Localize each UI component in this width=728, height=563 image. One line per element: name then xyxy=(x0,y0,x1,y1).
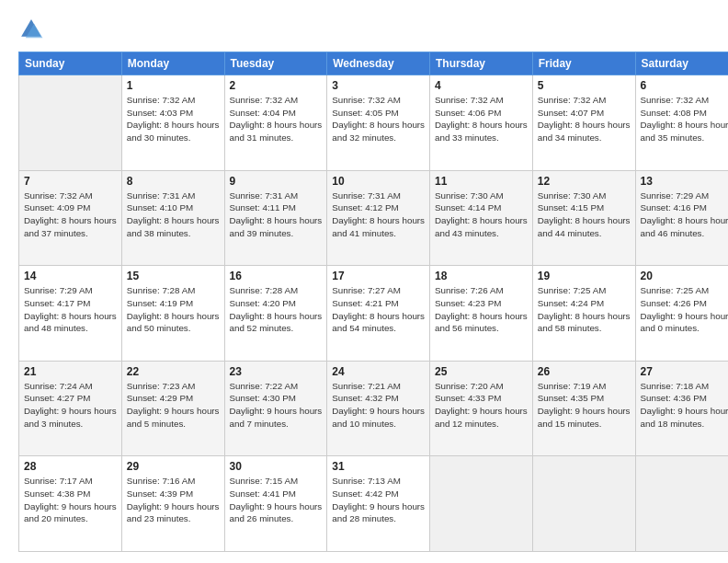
cell-sunset: Sunset: 4:38 PM xyxy=(24,488,117,500)
cell-daylight-value: and 58 minutes. xyxy=(538,322,631,335)
cell-daylight-label: Daylight: 9 hours hours xyxy=(641,310,729,323)
header-day-sunday: Sunday xyxy=(19,52,122,75)
cell-sunset: Sunset: 4:17 PM xyxy=(24,297,117,310)
cell-daylight-value: and 10 minutes. xyxy=(332,418,425,431)
cell-sunrise: Sunrise: 7:15 AM xyxy=(230,475,323,488)
calendar-cell: 15Sunrise: 7:28 AMSunset: 4:19 PMDayligh… xyxy=(121,266,224,362)
cell-daylight-value: and 48 minutes. xyxy=(24,322,117,335)
cell-sunset: Sunset: 4:20 PM xyxy=(230,297,323,310)
calendar-cell xyxy=(430,456,533,552)
cell-info: Sunrise: 7:31 AMSunset: 4:12 PMDaylight:… xyxy=(332,190,425,240)
cell-daylight-label: Daylight: 9 hours hours xyxy=(24,405,117,418)
cell-sunrise: Sunrise: 7:28 AM xyxy=(127,284,220,297)
cell-sunset: Sunset: 4:29 PM xyxy=(127,392,220,405)
cell-daylight-label: Daylight: 8 hours hours xyxy=(24,310,117,323)
cell-info: Sunrise: 7:26 AMSunset: 4:23 PMDaylight:… xyxy=(435,284,528,335)
cell-sunset: Sunset: 4:21 PM xyxy=(332,297,425,310)
cell-info: Sunrise: 7:32 AMSunset: 4:07 PMDaylight:… xyxy=(538,94,631,144)
cell-sunrise: Sunrise: 7:25 AM xyxy=(641,284,729,297)
cell-info: Sunrise: 7:24 AMSunset: 4:27 PMDaylight:… xyxy=(24,380,117,431)
cell-daylight-value: and 33 minutes. xyxy=(435,132,528,144)
cell-sunset: Sunset: 4:33 PM xyxy=(435,392,528,405)
cell-sunrise: Sunrise: 7:29 AM xyxy=(641,190,729,202)
cell-daylight-label: Daylight: 8 hours hours xyxy=(332,119,425,132)
cell-daylight-label: Daylight: 8 hours hours xyxy=(332,214,425,227)
calendar-cell: 9Sunrise: 7:31 AMSunset: 4:11 PMDaylight… xyxy=(224,170,327,266)
cell-info: Sunrise: 7:17 AMSunset: 4:38 PMDaylight:… xyxy=(24,475,117,525)
cell-info: Sunrise: 7:20 AMSunset: 4:33 PMDaylight:… xyxy=(435,380,528,431)
cell-info: Sunrise: 7:32 AMSunset: 4:03 PMDaylight:… xyxy=(127,94,220,144)
cell-sunrise: Sunrise: 7:32 AM xyxy=(230,94,323,107)
cell-sunrise: Sunrise: 7:18 AM xyxy=(641,380,729,393)
cell-sunset: Sunset: 4:15 PM xyxy=(538,201,631,214)
cell-daylight-label: Daylight: 9 hours hours xyxy=(127,405,220,418)
cell-date-number: 1 xyxy=(127,79,220,92)
week-row-4: 28Sunrise: 7:17 AMSunset: 4:38 PMDayligh… xyxy=(19,456,729,552)
calendar-cell: 20Sunrise: 7:25 AMSunset: 4:26 PMDayligh… xyxy=(635,266,728,362)
cell-sunset: Sunset: 4:30 PM xyxy=(230,392,323,405)
cell-daylight-label: Daylight: 8 hours hours xyxy=(127,310,220,323)
logo xyxy=(18,17,48,42)
cell-sunset: Sunset: 4:39 PM xyxy=(127,488,220,500)
cell-sunset: Sunset: 4:09 PM xyxy=(24,201,117,214)
cell-sunrise: Sunrise: 7:17 AM xyxy=(24,475,117,488)
cell-sunset: Sunset: 4:36 PM xyxy=(641,392,729,405)
calendar-cell: 23Sunrise: 7:22 AMSunset: 4:30 PMDayligh… xyxy=(224,361,327,456)
cell-sunrise: Sunrise: 7:31 AM xyxy=(127,190,220,202)
cell-sunrise: Sunrise: 7:21 AM xyxy=(332,380,425,393)
cell-daylight-label: Daylight: 8 hours hours xyxy=(332,310,425,323)
cell-daylight-label: Daylight: 8 hours hours xyxy=(538,310,631,323)
cell-info: Sunrise: 7:32 AMSunset: 4:05 PMDaylight:… xyxy=(332,94,425,144)
cell-date-number: 21 xyxy=(24,365,117,378)
cell-daylight-label: Daylight: 9 hours hours xyxy=(332,500,425,513)
cell-sunrise: Sunrise: 7:27 AM xyxy=(332,284,425,297)
header-day-monday: Monday xyxy=(121,52,224,75)
calendar-cell: 6Sunrise: 7:32 AMSunset: 4:08 PMDaylight… xyxy=(635,75,728,171)
cell-daylight-label: Daylight: 8 hours hours xyxy=(538,119,631,132)
cell-sunrise: Sunrise: 7:20 AM xyxy=(435,380,528,393)
cell-daylight-value: and 5 minutes. xyxy=(127,418,220,431)
cell-sunset: Sunset: 4:41 PM xyxy=(230,488,323,500)
cell-sunrise: Sunrise: 7:32 AM xyxy=(641,94,729,107)
cell-date-number: 17 xyxy=(332,270,425,282)
cell-info: Sunrise: 7:27 AMSunset: 4:21 PMDaylight:… xyxy=(332,284,425,335)
week-row-1: 7Sunrise: 7:32 AMSunset: 4:09 PMDaylight… xyxy=(19,170,729,266)
header-row: SundayMondayTuesdayWednesdayThursdayFrid… xyxy=(19,52,729,75)
page: SundayMondayTuesdayWednesdayThursdayFrid… xyxy=(0,0,728,563)
calendar-cell: 4Sunrise: 7:32 AMSunset: 4:06 PMDaylight… xyxy=(430,75,533,171)
cell-daylight-value: and 35 minutes. xyxy=(641,132,729,144)
cell-sunset: Sunset: 4:35 PM xyxy=(538,392,631,405)
cell-daylight-value: and 3 minutes. xyxy=(24,418,117,431)
cell-daylight-value: and 37 minutes. xyxy=(24,227,117,240)
cell-info: Sunrise: 7:29 AMSunset: 4:17 PMDaylight:… xyxy=(24,284,117,335)
cell-sunset: Sunset: 4:03 PM xyxy=(127,107,220,120)
calendar-cell: 12Sunrise: 7:30 AMSunset: 4:15 PMDayligh… xyxy=(532,170,635,266)
calendar-cell: 16Sunrise: 7:28 AMSunset: 4:20 PMDayligh… xyxy=(224,266,327,362)
cell-daylight-label: Daylight: 8 hours hours xyxy=(435,310,528,323)
calendar-cell: 18Sunrise: 7:26 AMSunset: 4:23 PMDayligh… xyxy=(430,266,533,362)
cell-daylight-label: Daylight: 8 hours hours xyxy=(435,214,528,227)
cell-date-number: 26 xyxy=(538,365,631,378)
cell-date-number: 19 xyxy=(538,270,631,282)
cell-info: Sunrise: 7:32 AMSunset: 4:09 PMDaylight:… xyxy=(24,190,117,240)
cell-date-number: 22 xyxy=(127,365,220,378)
cell-sunset: Sunset: 4:07 PM xyxy=(538,107,631,120)
cell-daylight-value: and 28 minutes. xyxy=(332,512,425,525)
cell-date-number: 23 xyxy=(230,365,323,378)
cell-daylight-label: Daylight: 9 hours hours xyxy=(230,500,323,513)
week-row-3: 21Sunrise: 7:24 AMSunset: 4:27 PMDayligh… xyxy=(19,361,729,456)
calendar-cell: 17Sunrise: 7:27 AMSunset: 4:21 PMDayligh… xyxy=(327,266,430,362)
calendar-cell: 19Sunrise: 7:25 AMSunset: 4:24 PMDayligh… xyxy=(532,266,635,362)
cell-date-number: 16 xyxy=(230,270,323,282)
cell-daylight-value: and 44 minutes. xyxy=(538,227,631,240)
cell-date-number: 29 xyxy=(127,460,220,473)
cell-sunrise: Sunrise: 7:31 AM xyxy=(230,190,323,202)
cell-daylight-label: Daylight: 9 hours hours xyxy=(24,500,117,513)
calendar-cell: 13Sunrise: 7:29 AMSunset: 4:16 PMDayligh… xyxy=(635,170,728,266)
calendar-cell: 11Sunrise: 7:30 AMSunset: 4:14 PMDayligh… xyxy=(430,170,533,266)
cell-sunset: Sunset: 4:19 PM xyxy=(127,297,220,310)
cell-daylight-label: Daylight: 8 hours hours xyxy=(641,119,729,132)
cell-sunset: Sunset: 4:32 PM xyxy=(332,392,425,405)
cell-date-number: 14 xyxy=(24,270,117,282)
calendar-cell: 10Sunrise: 7:31 AMSunset: 4:12 PMDayligh… xyxy=(327,170,430,266)
